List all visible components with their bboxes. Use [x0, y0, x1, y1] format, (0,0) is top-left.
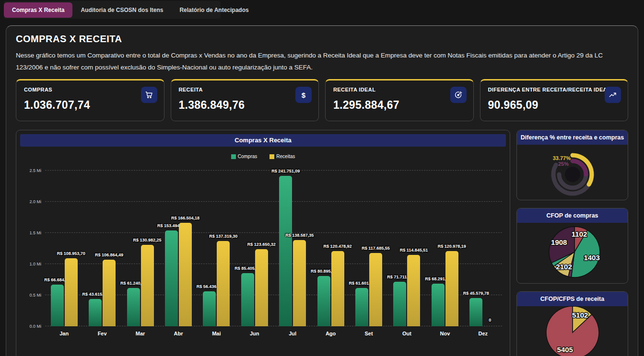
pie-label-5102: 5102 — [572, 311, 588, 319]
target-icon — [450, 87, 467, 103]
month-band-Abr: R$ 153.494,74R$ 166.504,18Abr — [159, 171, 197, 326]
bar-receitas-Jul[interactable] — [293, 240, 306, 326]
bar-chart-plot-area[interactable]: 0.0 Mi0.5 Mi1.0 Mi1.5 Mi2.0 Mi2.5 MiR$ 6… — [45, 171, 502, 326]
chart-legend: Compras Receitas — [16, 154, 510, 159]
x-axis-label-Set: Set — [364, 331, 373, 336]
tab-compras-x-receita[interactable]: Compras X Receita — [4, 2, 72, 18]
kpi-card-compras: COMPRAS 1.036.707,74 — [16, 79, 164, 121]
month-band-Mar: R$ 61.240,33R$ 130.982,25Mar — [121, 171, 159, 326]
month-band-Mai: R$ 56.436,63R$ 137.319,30Mai — [198, 171, 235, 326]
bar-value-label: R$ 117.685,55 — [362, 246, 390, 251]
bar-receitas-Abr[interactable] — [179, 223, 192, 326]
legend-item-compras[interactable]: Compras — [231, 154, 258, 159]
bar-value-label: R$ 123.650,32 — [247, 242, 276, 247]
report-container: COMPRAS X RECEITA Nesse gráfico temos um… — [6, 25, 638, 356]
bar-receitas-Nov[interactable] — [445, 251, 458, 326]
bar-chart-title: Compras X Receita — [20, 134, 506, 147]
tab-auditoria-csosn[interactable]: Auditoria de CSOSN dos Itens — [72, 2, 171, 18]
bar-compras-Mar[interactable] — [127, 288, 140, 326]
tab-relatorio-antecipados[interactable]: Relatório de Antecipados — [171, 2, 257, 18]
month-band-Out: R$ 71.711,59R$ 114.845,51Out — [388, 171, 426, 326]
month-band-Dez: R$ 45.579,780Dez — [464, 171, 502, 326]
cfop-receita-pie-chart[interactable]: 51025405 — [517, 306, 628, 356]
x-axis-label-Fev: Fev — [98, 331, 107, 336]
x-axis-label-Jan: Jan — [59, 331, 69, 336]
bar-compras-Set[interactable] — [355, 288, 368, 326]
month-band-Nov: R$ 68.291,20R$ 120.978,19Nov — [426, 171, 464, 326]
bar-compras-Ago[interactable] — [317, 276, 330, 326]
y-axis-tick: 2.0 Mi — [29, 199, 41, 204]
x-axis-label-Jul: Jul — [289, 331, 296, 336]
x-axis-label-Mai: Mai — [212, 331, 221, 336]
y-axis-tick: 0.0 Mi — [29, 324, 41, 329]
x-axis-label-Abr: Abr — [174, 331, 183, 336]
x-axis-label-Dez: Dez — [479, 331, 488, 336]
right-column: Diferença % entre receita e compras 33.7… — [516, 130, 628, 356]
kpi-value: 1.036.707,74 — [24, 99, 156, 112]
kpi-label: COMPRAS — [24, 87, 156, 92]
kpi-card-receita-ideal: RECEITA IDEAL 1.295.884,67 — [325, 79, 474, 121]
x-axis-label-Nov: Nov — [440, 331, 450, 336]
bar-compras-Jul[interactable] — [279, 176, 292, 326]
cart-icon — [141, 87, 157, 103]
pie-label-2102: 2102 — [556, 263, 572, 271]
bar-compras-Jun[interactable] — [241, 273, 254, 326]
y-axis-tick: 1.5 Mi — [29, 230, 41, 235]
pie-label-1403: 1403 — [584, 253, 599, 262]
bar-compras-Mai[interactable] — [203, 291, 216, 326]
bar-value-label: R$ 241.751,09 — [271, 169, 300, 173]
legend-label: Receitas — [276, 154, 295, 159]
tab-bar: Compras X Receita Auditoria de CSOSN dos… — [4, 1, 221, 19]
kpi-card-diferenca: DIFERENÇA ENTRE RECEITA/RECEITA IDEAL 90… — [480, 79, 629, 121]
x-axis-label-Out: Out — [402, 331, 411, 336]
kpi-row: COMPRAS 1.036.707,74 RECEITA 1.386.849,7… — [16, 79, 628, 121]
cfop-receita-panel: CFOP/CFPS de receita 51025405 — [516, 291, 628, 356]
bar-receitas-Jan[interactable] — [65, 258, 78, 326]
bar-compras-Nov[interactable] — [432, 284, 445, 326]
dollar-icon: $ — [295, 87, 312, 103]
cfop-compras-panel: CFOP de compras 1102140321021908 — [516, 208, 628, 284]
x-axis-label-Mar: Mar — [136, 331, 145, 336]
bar-receitas-Set[interactable] — [369, 253, 382, 326]
month-band-Fev: R$ 43.615,16R$ 106.864,49Fev — [83, 171, 121, 326]
page-description: Nesse gráfico temos um Comparativo entre… — [11, 49, 633, 73]
bar-compras-Dez[interactable] — [469, 298, 482, 326]
radial-gauge-chart[interactable]: 33.77%25% — [517, 145, 628, 200]
bar-value-label: R$ 120.978,19 — [438, 244, 466, 249]
bar-receitas-Mar[interactable] — [141, 245, 154, 326]
legend-item-receitas[interactable]: Receitas — [269, 154, 295, 159]
pie-label-1102: 1102 — [572, 230, 587, 238]
cfop-compras-pie-chart[interactable]: 1102140321021908 — [517, 223, 628, 283]
y-axis-tick: 0.5 Mi — [29, 293, 41, 298]
kpi-label: DIFERENÇA ENTRE RECEITA/RECEITA IDEAL — [488, 87, 621, 92]
kpi-value: 1.386.849,76 — [179, 99, 311, 112]
bar-value-label: R$ 137.319,30 — [209, 234, 237, 239]
bar-value-label: R$ 114.845,51 — [400, 248, 428, 253]
bar-receitas-Out[interactable] — [407, 255, 420, 326]
pie-label-5405: 5405 — [557, 345, 573, 354]
bar-value-label: R$ 45.579,78 — [463, 291, 489, 296]
bar-compras-Abr[interactable] — [165, 230, 178, 326]
bar-chart-panel: Compras X Receita Compras Receitas 0.0 M… — [16, 130, 510, 356]
cfop-compras-title: CFOP de compras — [517, 208, 628, 223]
bar-compras-Fev[interactable] — [89, 299, 102, 326]
bar-value-label: R$ 120.478,92 — [324, 244, 352, 249]
gauge-title: Diferença % entre receita e compras — [517, 130, 628, 145]
bar-value-label: R$ 130.982,25 — [133, 238, 162, 242]
bar-receitas-Ago[interactable] — [331, 251, 344, 326]
y-axis-tick: 1.0 Mi — [29, 262, 41, 266]
trend-up-icon — [605, 87, 621, 103]
gauge-center — [565, 167, 580, 182]
gauge-label-inner: 25% — [558, 161, 569, 167]
bar-value-label: R$ 138.587,35 — [285, 233, 314, 238]
month-band-Jun: R$ 85.405,73R$ 123.650,32Jun — [235, 171, 273, 326]
bar-compras-Jan[interactable] — [51, 285, 64, 326]
legend-swatch-green — [231, 154, 236, 159]
bar-receitas-Mai[interactable] — [217, 241, 230, 326]
legend-label: Compras — [238, 154, 258, 159]
month-band-Ago: R$ 80.895,39R$ 120.478,92Ago — [312, 171, 350, 326]
bar-receitas-Jun[interactable] — [255, 249, 268, 326]
bar-receitas-Fev[interactable] — [103, 260, 116, 326]
bar-compras-Out[interactable] — [393, 282, 406, 326]
y-axis-tick: 2.5 Mi — [29, 168, 41, 173]
